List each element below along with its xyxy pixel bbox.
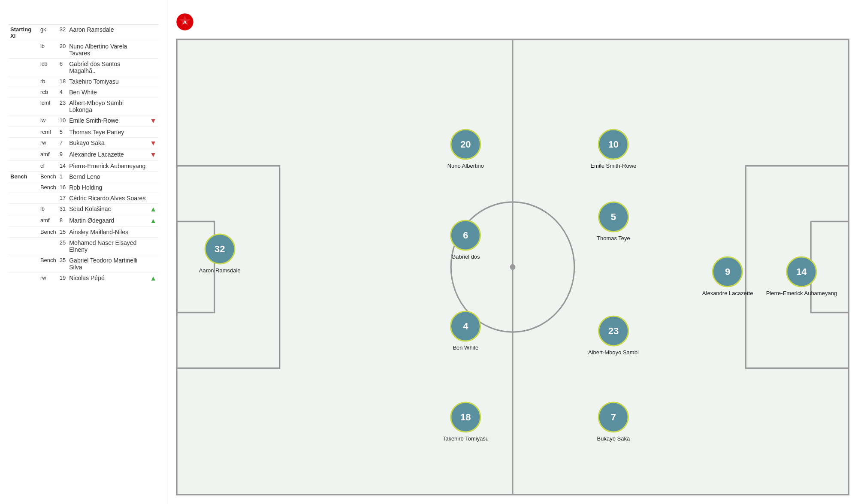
roster-name: Sead Kolašinac [67,204,148,215]
col-pos [39,21,58,24]
roster-name: Bernd Leno [67,172,148,182]
roster-arrow [148,59,158,76]
roster-section [9,127,39,138]
roster-name: Cédric Ricardo Alves Soares [67,193,148,204]
player-node-cf: 14Pierre-Emerick Aubameyang [766,256,837,296]
roster-section [9,215,39,227]
roster-num: 15 [58,227,67,238]
player-circle-lw: 10 [598,129,629,160]
roster-section [9,76,39,87]
roster-arrow [148,87,158,98]
roster-section [9,161,39,172]
col-name [67,21,148,24]
roster-num: 35 [58,255,67,273]
roster-section [9,149,39,161]
roster-pos: lcb [39,59,58,76]
roster-arrow [148,41,158,59]
player-name-lcmf: Albert-Mboyo Sambi [588,349,639,355]
roster-name: Gabriel dos Santos Magalhã.. [67,59,148,76]
left-panel: Starting XIgk32Aaron Ramsdalelb20Nuno Al… [0,0,167,504]
roster-arrow [148,193,158,204]
col-num [58,21,67,24]
roster-name: Gabriel Teodoro Martinelli Silva [67,255,148,273]
player-circle-rw: 7 [598,402,629,433]
roster-arrow [148,227,158,238]
roster-section [9,59,39,76]
roster-num: 23 [58,98,67,115]
roster-row: amf9Alexandre Lacazette▼ [9,149,158,161]
col-section [9,21,39,24]
roster-row: lcb6Gabriel dos Santos Magalhã.. [9,59,158,76]
roster-name: Thomas Teye Partey [67,127,148,138]
player-circle-lcb: 6 [450,220,481,250]
player-node-rb: 18Takehiro Tomiyasu [443,402,489,442]
roster-arrow [148,127,158,138]
roster-pos: lw [39,115,58,127]
player-circle-lb: 20 [450,129,481,160]
player-node-lcmf: 23Albert-Mboyo Sambi [588,315,639,355]
roster-name: Ben White [67,87,148,98]
arrow-up-icon: ▲ [150,217,157,224]
player-node-rw: 7Bukayo Saka [597,402,630,442]
roster-name: Alexandre Lacazette [67,149,148,161]
roster-row: rw7Bukayo Saka▼ [9,138,158,149]
roster-arrow [148,238,158,255]
player-name-lw: Emile Smith-Rowe [590,162,636,169]
roster-section [9,182,39,193]
roster-arrow: ▼ [148,115,158,127]
roster-pos [39,193,58,204]
roster-pos: Bench [39,255,58,273]
roster-arrow [148,255,158,273]
roster-arrow: ▲ [148,273,158,284]
roster-pos: Bench [39,182,58,193]
roster-section [9,227,39,238]
player-name-rcmf: Thomas Teye [597,235,630,241]
roster-arrow [148,161,158,172]
player-circle-rcmf: 5 [598,202,629,232]
roster-num: 31 [58,204,67,215]
roster-pos: gk [39,24,58,41]
roster-arrow: ▼ [148,138,158,149]
roster-section [9,87,39,98]
roster-num: 9 [58,149,67,161]
roster-section [9,273,39,284]
roster-pos: amf [39,149,58,161]
roster-arrow [148,98,158,115]
roster-row: Bench35Gabriel Teodoro Martinelli Silva [9,255,158,273]
roster-pos: cf [39,161,58,172]
roster-arrow [148,24,158,41]
roster-num: 18 [58,76,67,87]
roster-num: 16 [58,182,67,193]
roster-name: Pierre-Emerick Aubameyang [67,161,148,172]
player-circle-rcb: 4 [450,311,481,342]
arrow-down-icon: ▼ [150,139,157,147]
roster-row: rcb4Ben White [9,87,158,98]
roster-name: Aaron Ramsdale [67,24,148,41]
roster-num: 17 [58,193,67,204]
roster-row: rw19Nicolas Pépé▲ [9,273,158,284]
roster-name: Albert-Mboyo Sambi Lokonga [67,98,148,115]
roster-row: lw10Emile Smith-Rowe▼ [9,115,158,127]
formation-header: A [176,13,849,31]
player-circle-gk: 32 [204,233,235,264]
roster-pos: lcmf [39,98,58,115]
player-node-lw: 10Emile Smith-Rowe [590,129,636,169]
roster-section [9,193,39,204]
roster-num: 25 [58,238,67,255]
player-circle-rb: 18 [450,402,481,433]
roster-row: Starting XIgk32Aaron Ramsdale [9,24,158,41]
roster-row: Bench15Ainsley Maitland-Niles [9,227,158,238]
player-node-amf: 9Alexandre Lacazette [702,256,753,296]
player-node-lb: 20Nuno Albertino [447,129,484,169]
pitch: 32Aaron Ramsdale20Nuno Albertino6Gabriel… [176,39,849,495]
roster-row: cf14Pierre-Emerick Aubameyang [9,161,158,172]
player-name-lcb: Gabriel dos [451,253,480,260]
roster-row: rb18Takehiro Tomiyasu [9,76,158,87]
roster-row: lcmf23Albert-Mboyo Sambi Lokonga [9,98,158,115]
roster-row: lb31Sead Kolašinac▲ [9,204,158,215]
arrow-down-icon: ▼ [150,151,157,158]
arrow-down-icon: ▼ [150,117,157,124]
roster-num: 7 [58,138,67,149]
roster-row: lb20Nuno Albertino Varela Tavares [9,41,158,59]
roster-name: Ainsley Maitland-Niles [67,227,148,238]
